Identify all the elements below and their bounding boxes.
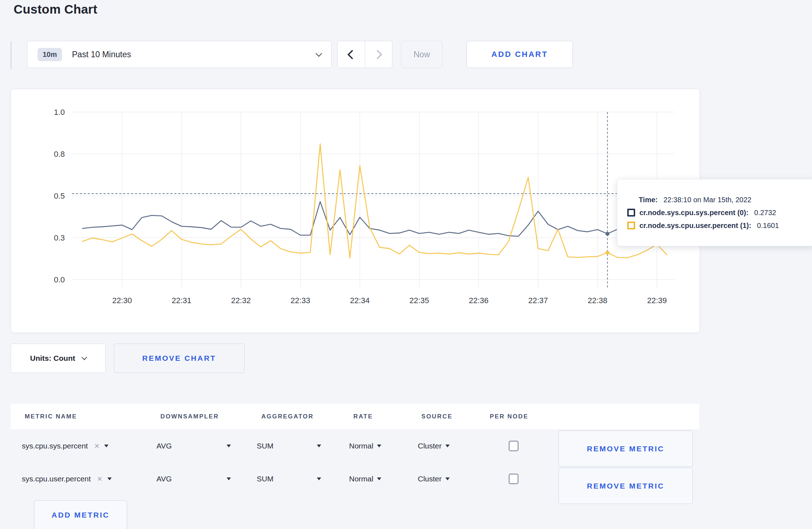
add-chart-button[interactable]: ADD CHART — [467, 41, 573, 68]
crosshair-point — [605, 251, 609, 255]
remove-metric-button[interactable]: REMOVE METRIC — [559, 431, 693, 467]
caret-down-icon — [317, 477, 321, 480]
tooltip-series-user-name: cr.node.sys.cpu.user.percent (1): — [639, 222, 751, 230]
units-dropdown[interactable]: Units: Count — [11, 344, 106, 373]
svg-text:0.3: 0.3 — [54, 233, 65, 242]
cpu-usage-chart[interactable]: 1.00.80.50.30.022:3022:3122:3222:3322:34… — [11, 89, 700, 333]
page-title: Custom Chart — [14, 2, 97, 16]
prev-time-button[interactable] — [338, 41, 365, 68]
tooltip-series-sys-value: 0.2732 — [754, 209, 776, 217]
column-per-node: PER NODE — [490, 413, 528, 420]
downsampler-select[interactable]: AVG — [156, 442, 172, 450]
svg-text:22:32: 22:32 — [231, 296, 251, 305]
chevron-left-icon — [347, 50, 357, 59]
source-value: Cluster — [418, 475, 442, 483]
source-select[interactable]: Cluster — [418, 475, 450, 483]
svg-text:0.5: 0.5 — [54, 191, 65, 200]
svg-text:22:33: 22:33 — [290, 296, 310, 305]
caret-down-icon — [227, 445, 231, 447]
aggregator-caret[interactable] — [317, 477, 321, 480]
series-user-legend-swatch-icon — [627, 222, 635, 229]
time-range-label: Past 10 Minutes — [72, 50, 131, 59]
column-source: SOURCE — [421, 413, 453, 420]
svg-text:22:31: 22:31 — [171, 296, 191, 305]
time-range-dropdown[interactable]: 10m Past 10 Minutes — [27, 41, 332, 68]
aggregator-select[interactable]: SUM — [257, 442, 274, 450]
toolbar-divider — [11, 42, 11, 69]
time-range-badge: 10m — [38, 48, 62, 61]
metrics-table-header: METRIC NAME DOWNSAMPLER AGGREGATOR RATE … — [11, 404, 699, 429]
caret-down-icon — [107, 477, 112, 480]
rate-select[interactable]: Normal — [349, 475, 381, 483]
chevron-down-icon — [315, 50, 322, 57]
tooltip-series-sys-name: cr.node.sys.cpu.sys.percent (0): — [639, 209, 749, 217]
downsampler-caret[interactable] — [227, 445, 231, 447]
rate-value: Normal — [349, 475, 373, 483]
source-select[interactable]: Cluster — [418, 442, 450, 450]
svg-text:22:34: 22:34 — [350, 296, 369, 305]
chevron-right-icon — [373, 50, 382, 59]
aggregator-value: SUM — [257, 442, 274, 450]
remove-chart-button[interactable]: REMOVE CHART — [114, 344, 245, 373]
per-node-checkbox[interactable] — [509, 441, 518, 451]
metric-name-select[interactable]: sys.cpu.user.percent × — [22, 475, 112, 483]
column-aggregator: AGGREGATOR — [261, 413, 314, 420]
per-node-checkbox[interactable] — [509, 474, 518, 484]
chart-tooltip: Time: 22:38:10 on Mar 15th, 2022 cr.node… — [617, 179, 812, 246]
series-line-cr.node.sys.cpu.sys.percent — [82, 202, 667, 236]
next-time-button[interactable] — [365, 41, 392, 68]
svg-text:22:36: 22:36 — [469, 296, 488, 305]
tooltip-time-label: Time: — [639, 196, 658, 204]
chevron-down-icon — [82, 354, 87, 360]
close-icon[interactable]: × — [94, 442, 99, 450]
rate-select[interactable]: Normal — [349, 442, 381, 450]
source-value: Cluster — [418, 442, 442, 450]
downsampler-value: AVG — [156, 442, 172, 450]
chart-card: 1.00.80.50.30.022:3022:3122:3222:3322:34… — [11, 89, 700, 333]
aggregator-select[interactable]: SUM — [257, 475, 274, 483]
metric-name-value: sys.cpu.sys.percent — [22, 442, 88, 450]
column-downsampler: DOWNSAMPLER — [160, 413, 219, 420]
svg-text:22:30: 22:30 — [112, 296, 132, 305]
now-button[interactable]: Now — [401, 41, 443, 68]
caret-down-icon — [445, 445, 450, 447]
svg-text:22:39: 22:39 — [647, 296, 667, 305]
tooltip-series-user-value: 0.1601 — [757, 222, 779, 230]
crosshair-point — [605, 232, 609, 236]
caret-down-icon — [445, 477, 450, 480]
svg-text:0.0: 0.0 — [54, 275, 65, 284]
downsampler-select[interactable]: AVG — [156, 475, 172, 483]
remove-metric-button[interactable]: REMOVE METRIC — [559, 468, 693, 504]
time-pager — [337, 41, 392, 68]
metric-name-value: sys.cpu.user.percent — [22, 475, 91, 483]
svg-text:22:38: 22:38 — [588, 296, 607, 305]
caret-down-icon — [104, 445, 108, 447]
svg-text:0.8: 0.8 — [54, 150, 65, 159]
downsampler-value: AVG — [156, 475, 172, 483]
svg-text:1.0: 1.0 — [54, 108, 65, 117]
tooltip-time-value: 22:38:10 on Mar 15th, 2022 — [663, 196, 751, 204]
caret-down-icon — [377, 445, 381, 447]
caret-down-icon — [227, 477, 231, 480]
svg-text:22:35: 22:35 — [409, 296, 429, 305]
caret-down-icon — [317, 445, 321, 447]
series-line-cr.node.sys.cpu.user.percent — [82, 144, 667, 258]
units-label: Units: Count — [30, 354, 75, 363]
series-sys-legend-swatch-icon — [627, 209, 635, 217]
close-icon[interactable]: × — [97, 475, 102, 483]
downsampler-caret[interactable] — [227, 477, 231, 480]
rate-value: Normal — [349, 442, 373, 450]
column-rate: RATE — [353, 413, 373, 420]
svg-text:22:37: 22:37 — [528, 296, 548, 305]
column-metric-name: METRIC NAME — [25, 413, 77, 420]
caret-down-icon — [377, 477, 381, 480]
aggregator-caret[interactable] — [317, 445, 321, 447]
aggregator-value: SUM — [257, 475, 274, 483]
metric-name-select[interactable]: sys.cpu.sys.percent × — [22, 442, 108, 450]
add-metric-button[interactable]: ADD METRIC — [34, 500, 127, 529]
